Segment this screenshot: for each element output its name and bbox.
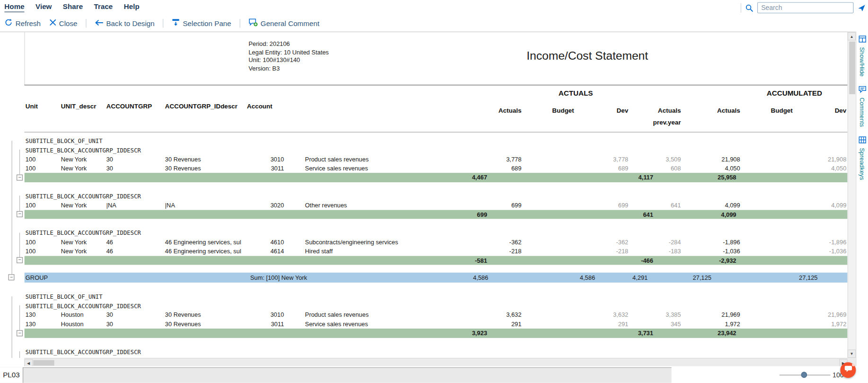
menu-item-help[interactable]: Help	[124, 2, 140, 12]
cell[interactable]: Subcontracts/engineering services	[301, 237, 470, 246]
cell[interactable]	[523, 273, 575, 283]
cell[interactable]: 27,125	[682, 273, 741, 283]
cell[interactable]	[523, 310, 575, 319]
cell[interactable]	[246, 256, 301, 265]
cell[interactable]: 3,632	[469, 310, 522, 319]
subtitle-row[interactable]: SUBTITLE_BLOCK_ACCOUNTGRP_IDDESCR	[24, 191, 847, 200]
cell[interactable]	[741, 155, 794, 164]
cell[interactable]: 30 Revenues	[164, 320, 245, 329]
cell[interactable]	[523, 329, 575, 338]
cell[interactable]: 4,117	[630, 173, 682, 182]
cell[interactable]: 699	[469, 201, 522, 210]
collapse-button[interactable]: −	[17, 211, 23, 217]
cell[interactable]: |NA	[164, 201, 245, 210]
horizontal-scrollbar[interactable]: ◀ ▶	[0, 358, 856, 367]
side-panel-item-show-hide[interactable]: Show/Hide	[859, 35, 866, 77]
search-icon[interactable]	[745, 4, 754, 12]
cell[interactable]	[246, 210, 301, 219]
cell[interactable]	[301, 173, 470, 182]
horizontal-scroll-track[interactable]: ◀ ▶	[24, 358, 847, 367]
cell[interactable]: 30	[105, 310, 164, 319]
cell[interactable]	[523, 210, 575, 219]
cell[interactable]	[60, 256, 105, 265]
cell[interactable]: New York	[60, 247, 105, 256]
general-comment-button[interactable]: General Comment	[248, 18, 319, 28]
cell[interactable]	[741, 173, 794, 182]
cell[interactable]	[794, 329, 848, 338]
cell[interactable]	[575, 329, 630, 338]
cell[interactable]	[164, 256, 245, 265]
back-to-design-button[interactable]: Back to Design	[95, 18, 155, 28]
cell[interactable]: 23,942	[682, 329, 741, 338]
cell[interactable]	[523, 247, 575, 256]
cell[interactable]	[24, 256, 60, 265]
cell[interactable]	[246, 173, 301, 182]
cell[interactable]	[60, 173, 105, 182]
cell[interactable]	[741, 201, 794, 210]
cell[interactable]: 30	[105, 320, 164, 329]
zoom-slider-knob[interactable]	[801, 372, 807, 378]
cell[interactable]	[794, 173, 848, 182]
subtitle-row[interactable]: SUBTITLE_BLOCK_OF_UNIT	[24, 292, 847, 301]
cell[interactable]: 21,908	[794, 155, 848, 164]
cell[interactable]	[523, 256, 575, 265]
cell[interactable]: 699	[575, 201, 630, 210]
horizontal-scroll-thumb[interactable]	[33, 360, 54, 366]
cell[interactable]: 100	[24, 164, 60, 173]
search-input[interactable]	[757, 2, 854, 13]
cell[interactable]	[575, 256, 630, 265]
cell[interactable]: 100	[24, 201, 60, 210]
cell[interactable]: 130	[24, 310, 60, 319]
sheet-tab-pl03[interactable]: PL03	[0, 367, 23, 383]
cell[interactable]: 100	[24, 155, 60, 164]
cell[interactable]: New York	[60, 237, 105, 246]
vertical-scroll-thumb[interactable]	[849, 42, 855, 94]
cell[interactable]: 641	[630, 210, 682, 219]
scroll-down-icon[interactable]: ▼	[848, 349, 856, 358]
cell[interactable]: 30	[105, 155, 164, 164]
cell[interactable]: Service sales revenues	[301, 320, 470, 329]
cell[interactable]	[246, 329, 301, 338]
cell[interactable]	[301, 256, 470, 265]
cell[interactable]	[741, 247, 794, 256]
send-icon[interactable]	[858, 4, 866, 12]
side-panel-item-spreadkeys[interactable]: Spreadkeys	[859, 136, 866, 180]
cell[interactable]: 291	[575, 320, 630, 329]
cell[interactable]: 30 Revenues	[164, 155, 245, 164]
cell[interactable]: 1,972	[682, 320, 741, 329]
cell[interactable]	[523, 155, 575, 164]
cell[interactable]: -1,896	[794, 237, 848, 246]
cell[interactable]: -218	[575, 247, 630, 256]
cell[interactable]	[60, 210, 105, 219]
cell[interactable]: 27,125	[794, 273, 848, 283]
cell[interactable]	[164, 173, 245, 182]
cell[interactable]: 4,291	[630, 273, 682, 283]
cell[interactable]: 4610	[246, 237, 301, 246]
cell[interactable]	[24, 329, 60, 338]
cell[interactable]	[105, 329, 164, 338]
subtitle-row[interactable]: SUBTITLE_BLOCK_ACCOUNTGRP_IDDESCR	[24, 347, 847, 356]
cell[interactable]	[24, 173, 60, 182]
cell[interactable]: 3010	[246, 310, 301, 319]
cell[interactable]: -362	[575, 237, 630, 246]
cell[interactable]: 30	[105, 164, 164, 173]
cell[interactable]: New York	[60, 201, 105, 210]
cell[interactable]: 291	[469, 320, 522, 329]
selection-pane-button[interactable]: Selection Pane	[172, 18, 231, 28]
cell[interactable]	[523, 164, 575, 173]
cell[interactable]: Product sales revenues	[301, 155, 470, 164]
cell[interactable]: 4,586	[469, 273, 522, 283]
cell[interactable]	[60, 273, 105, 283]
cell[interactable]	[164, 210, 245, 219]
cell[interactable]: -466	[630, 256, 682, 265]
subtitle-row[interactable]: SUBTITLE_BLOCK_ACCOUNTGRP_IDDESCR	[24, 228, 847, 237]
chat-button[interactable]	[840, 362, 856, 378]
cell[interactable]	[741, 273, 794, 283]
cell[interactable]	[301, 210, 470, 219]
cell[interactable]	[523, 320, 575, 329]
cell[interactable]	[24, 210, 60, 219]
cell[interactable]: 46	[105, 247, 164, 256]
cell[interactable]: 25,958	[682, 173, 741, 182]
cell[interactable]	[741, 256, 794, 265]
cell[interactable]: 3010	[246, 155, 301, 164]
